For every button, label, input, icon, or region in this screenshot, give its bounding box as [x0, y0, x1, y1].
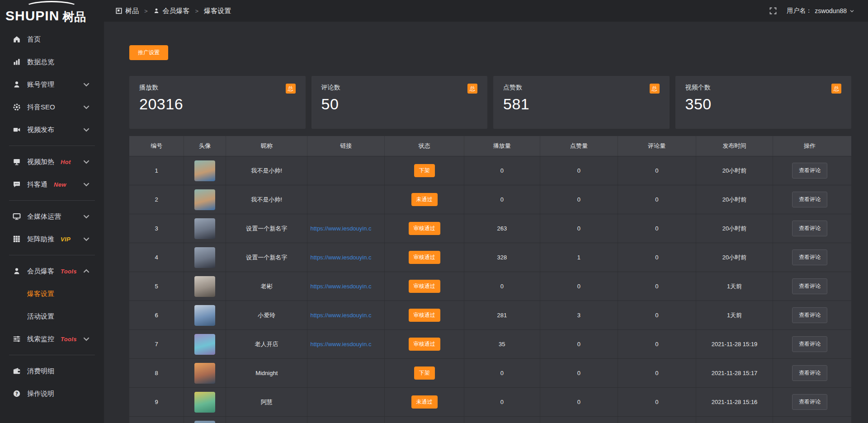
cell-link [307, 359, 385, 387]
sidebar-item-label: 数据总览 [27, 58, 54, 66]
sidebar-item[interactable]: 抖客通New [0, 173, 104, 196]
video-link[interactable]: https://www.iesdouyin.c [310, 283, 371, 290]
logo: SHUPIN 树品 [0, 0, 104, 25]
username-label: 用户名： [787, 7, 812, 15]
cell-comments: 0 [618, 156, 696, 185]
logo-arc [25, 1, 78, 13]
table-row: 4设置一个新名字https://www.iesdouyin.c审核通过32810… [129, 243, 851, 272]
cell-id: 9 [129, 388, 184, 416]
status-badge: 审核通过 [409, 251, 440, 264]
cell-status: 下架 [385, 156, 464, 185]
grid-icon [13, 235, 21, 243]
view-comments-button[interactable]: 查看评论 [792, 192, 827, 207]
avatar [194, 189, 215, 210]
view-comments-button[interactable]: 查看评论 [792, 249, 827, 265]
cell-plays [464, 417, 540, 423]
cell-id: 8 [129, 359, 184, 387]
view-comments-button[interactable]: 查看评论 [792, 365, 827, 381]
sidebar-subitem[interactable]: 爆客设置 [0, 282, 104, 305]
sidebar-item[interactable]: 矩阵助推VIP [0, 228, 104, 250]
monitor-icon [13, 212, 21, 221]
cell-id: 6 [129, 301, 184, 329]
cell-action: 查看评论 [773, 214, 846, 243]
app: SHUPIN 树品 首页数据总览账号管理抖音SEO视频发布视频加热Hot抖客通N… [0, 0, 868, 423]
user-menu[interactable]: 用户名：zswodun88 [787, 7, 854, 15]
view-comments-button[interactable]: 查看评论 [792, 394, 827, 410]
cell-time: 20小时前 [696, 185, 774, 214]
sidebar-item-label: 视频发布 [27, 126, 54, 134]
table-row: 1我不是小帅!下架00020小时前查看评论 [129, 156, 851, 185]
view-comments-button[interactable]: 查看评论 [792, 336, 827, 352]
cell-likes: 1 [540, 243, 618, 272]
video-link[interactable]: https://www.iesdouyin.c [310, 341, 371, 348]
sidebar-item[interactable]: 视频发布 [0, 118, 104, 141]
table-row [129, 416, 851, 423]
view-comments-button[interactable]: 查看评论 [792, 221, 827, 236]
breadcrumb-item-current: 爆客设置 [204, 7, 231, 15]
divider [9, 355, 95, 355]
sidebar-item[interactable]: 线索监控Tools [0, 328, 104, 350]
sidebar-item[interactable]: 账号管理 [0, 73, 104, 96]
cell-action: 查看评论 [773, 301, 846, 329]
breadcrumb: 树品 > 会员爆客 > 爆客设置 [116, 7, 231, 15]
sidebar-item-label: 账号管理 [27, 80, 54, 89]
breadcrumb-item-home[interactable]: 树品 [116, 7, 139, 15]
sidebar-item-badge: Tools [61, 336, 77, 343]
sidebar-item[interactable]: 全媒体运营 [0, 205, 104, 228]
cell-action: 查看评论 [773, 156, 846, 185]
video-link[interactable]: https://www.iesdouyin.c [310, 312, 371, 319]
sidebar-item[interactable]: 数据总览 [0, 51, 104, 73]
user-icon [153, 8, 160, 14]
cell-plays: 281 [464, 301, 540, 329]
cell-status: 审核通过 [385, 301, 464, 329]
cell-avatar [184, 301, 226, 329]
view-comments-button[interactable]: 查看评论 [792, 163, 827, 179]
cell-avatar [184, 330, 226, 358]
stat-total-badge: 总 [650, 84, 660, 94]
sidebar-item-label: 首页 [27, 35, 41, 44]
breadcrumb-label: 树品 [125, 7, 139, 15]
cell-likes: 0 [540, 272, 618, 301]
cell-link: https://www.iesdouyin.c [307, 214, 385, 243]
table-row: 9阿慧未通过0002021-11-28 15:16查看评论 [129, 387, 851, 416]
sidebar-subitem[interactable]: 活动设置 [0, 305, 104, 328]
table-row: 7老人开店https://www.iesdouyin.c审核通过35002021… [129, 329, 851, 358]
cell-action: 查看评论 [773, 243, 846, 272]
user-icon [13, 80, 21, 89]
avatar [194, 218, 215, 239]
sidebar-item[interactable]: ?操作说明 [0, 382, 104, 405]
cell-time: 2021-11-28 15:17 [696, 359, 774, 387]
username: zswodun88 [815, 7, 847, 14]
fullscreen-icon[interactable] [769, 7, 777, 14]
promo-settings-button[interactable]: 推广设置 [129, 45, 168, 60]
sidebar: SHUPIN 树品 首页数据总览账号管理抖音SEO视频发布视频加热Hot抖客通N… [0, 0, 104, 423]
breadcrumb-label: 会员爆客 [163, 7, 190, 15]
sidebar-item[interactable]: 首页 [0, 28, 104, 51]
column-header: 评论量 [618, 136, 696, 156]
status-badge: 下架 [414, 164, 435, 177]
view-comments-button[interactable]: 查看评论 [792, 278, 827, 294]
sidebar-item[interactable]: 消费明细 [0, 360, 104, 382]
cell-link [307, 417, 385, 423]
stat-label: 评论数 [321, 84, 340, 92]
cell-action: 查看评论 [773, 388, 846, 416]
topbar-right: 用户名：zswodun88 [769, 7, 854, 15]
cell-likes: 0 [540, 388, 618, 416]
sidebar-item[interactable]: 视频加热Hot [0, 150, 104, 173]
column-header: 编号 [129, 136, 184, 156]
video-link[interactable]: https://www.iesdouyin.c [310, 254, 371, 261]
sidebar-item[interactable]: 会员爆客Tools [0, 260, 104, 282]
sliders-icon [13, 335, 21, 343]
column-header: 状态 [385, 136, 464, 156]
breadcrumb-item-member[interactable]: 会员爆客 [153, 7, 190, 15]
stat-total-badge: 总 [467, 84, 477, 94]
cell-status: 下架 [385, 359, 464, 387]
view-comments-button[interactable]: 查看评论 [792, 307, 827, 323]
cell-comments: 0 [618, 330, 696, 358]
chat-icon [13, 180, 21, 188]
cell-time [696, 417, 774, 423]
cell-nickname [226, 417, 307, 423]
video-link[interactable]: https://www.iesdouyin.c [310, 225, 371, 232]
sidebar-item[interactable]: 抖音SEO [0, 96, 104, 118]
cell-action: 查看评论 [773, 359, 846, 387]
